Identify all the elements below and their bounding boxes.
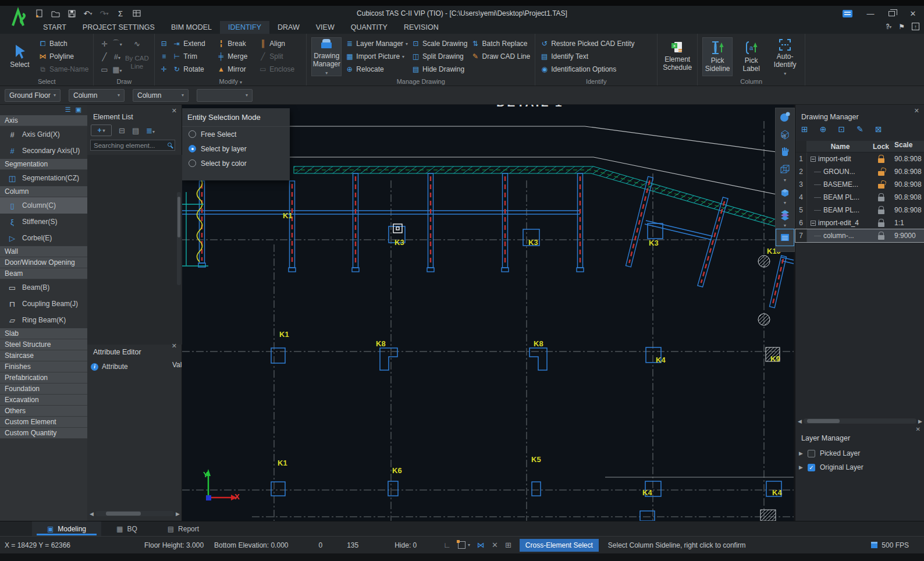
batch-button[interactable]: ⧠Batch: [38, 37, 88, 50]
redo-button[interactable]: ↷▾: [99, 8, 109, 19]
restore-button[interactable]: [889, 11, 895, 16]
scroll-left-icon[interactable]: ◀: [90, 511, 95, 517]
collapse-icon[interactable]: [811, 221, 816, 226]
fullscreen-icon[interactable]: ↑: [912, 23, 919, 30]
scale-drawing-icon[interactable]: ⊡: [838, 125, 845, 134]
tab-bim-model[interactable]: BIM MODEL: [163, 21, 220, 34]
selection-box-icon[interactable]: [458, 541, 465, 549]
pick-sideline-button[interactable]: Pick Sideline: [702, 37, 733, 76]
polyline-button[interactable]: ⋈Polyline: [38, 50, 88, 63]
drawing-row[interactable]: 4 BEAM PL... 90.8:908: [795, 191, 924, 204]
close-icon[interactable]: ✕: [172, 107, 177, 115]
category-header[interactable]: Custom Element: [0, 417, 87, 428]
tab-quantity[interactable]: QUANTITY: [343, 21, 396, 34]
category-header[interactable]: Segmentation: [0, 159, 87, 170]
snap-nodes-icon[interactable]: ⋈: [477, 541, 485, 549]
element-subtype-select[interactable]: Column▾: [133, 89, 189, 102]
tab-project-settings[interactable]: PROJECT SETTINGS: [74, 21, 163, 34]
mirror-button[interactable]: ▲Mirror: [216, 63, 258, 76]
option-free-select[interactable]: Free Select: [182, 127, 290, 141]
status-field-2[interactable]: 135: [347, 541, 358, 549]
delete-element-icon[interactable]: ⊟: [119, 126, 125, 135]
tab-bq[interactable]: ▦BQ: [101, 521, 152, 536]
drawing-row[interactable]: 5 BEAM PL... 90.8:908: [795, 204, 924, 216]
scale-drawing-button[interactable]: ⊡Scale Drawing: [411, 37, 467, 50]
cross-element-select-chip[interactable]: Cross-Element Select: [520, 539, 599, 552]
collapse-icon[interactable]: [811, 157, 816, 162]
radio-icon[interactable]: [189, 145, 196, 152]
enclose-button[interactable]: ▭Enclose: [258, 63, 301, 76]
add-drawing-icon[interactable]: ⊞: [801, 125, 808, 134]
lock-icon[interactable]: [878, 197, 884, 201]
category-header[interactable]: Column: [0, 186, 87, 197]
sidebar-item-segmentation[interactable]: ◫Segmentation(CZ): [0, 170, 87, 186]
sidebar-item-column[interactable]: ▯Column(C): [0, 197, 87, 214]
tab-view[interactable]: VIEW: [308, 21, 343, 34]
sidebar-item-corbel[interactable]: ▷Corbel(E): [0, 230, 87, 246]
radio-icon[interactable]: [189, 159, 196, 167]
category-header[interactable]: Foundation: [0, 384, 87, 395]
minimize-button[interactable]: —: [865, 9, 876, 18]
extend-button[interactable]: ⇥Extend: [172, 37, 216, 50]
layers-view-icon[interactable]: [776, 206, 794, 223]
select-button[interactable]: Select: [5, 37, 35, 76]
layers-icon[interactable]: ≣▾: [146, 126, 155, 135]
list-view-icon[interactable]: ☰: [65, 106, 71, 114]
batch-replace-button[interactable]: ⇅Batch Replace: [471, 37, 530, 50]
tab-start[interactable]: START: [35, 21, 74, 34]
orbit-view-icon[interactable]: [776, 108, 794, 126]
sidebar-item-coupling-beam[interactable]: ⊓Coupling Beam(J): [0, 296, 87, 312]
import-picture-button[interactable]: ▦Import Picture▾: [345, 50, 408, 63]
empty-select[interactable]: ▾: [197, 89, 253, 102]
3d-view-icon[interactable]: 3D: [776, 126, 794, 143]
identify-text-button[interactable]: ▤Identify Text: [540, 50, 634, 63]
drawing-row-selected[interactable]: 7 column-... 9:9000: [795, 229, 924, 242]
drawing-row[interactable]: 3 BASEME... 90.8:908: [795, 178, 924, 191]
checkbox-unchecked[interactable]: ✓: [808, 450, 815, 457]
sidebar-item-stiffener[interactable]: ξStiffener(S): [0, 214, 87, 230]
tab-identify[interactable]: IDENTIFY: [220, 21, 269, 34]
drawing-manager-button[interactable]: Drawing Manager▾: [311, 37, 342, 76]
close-button[interactable]: ✕: [908, 9, 918, 18]
same-name-button[interactable]: ⧉Same-Name: [38, 63, 88, 76]
auto-identify-button[interactable]: Auto-Identify▾: [770, 37, 800, 76]
element-type-select[interactable]: Column▾: [69, 89, 125, 102]
category-header[interactable]: Door/Window Opening: [0, 257, 87, 268]
unlock-icon[interactable]: [878, 184, 884, 189]
close-icon[interactable]: ✕: [172, 342, 177, 350]
undo-button[interactable]: ↶▾: [83, 8, 93, 19]
radio-icon[interactable]: [189, 130, 196, 138]
category-header[interactable]: Excavation: [0, 395, 87, 406]
pick-label-button[interactable]: a Pick Label: [736, 37, 766, 76]
layer-row-picked[interactable]: ▶ ✓ Picked Layer: [799, 447, 860, 460]
add-element-button[interactable]: +▾: [91, 125, 112, 136]
category-header[interactable]: Others: [0, 406, 87, 417]
unlock-icon[interactable]: [878, 171, 884, 176]
pan-hand-icon[interactable]: [776, 143, 794, 161]
edit-drawing-icon[interactable]: ✎: [857, 125, 863, 134]
split-drawing-button[interactable]: ◫Split Drawing: [411, 50, 467, 63]
open-file-icon[interactable]: [50, 8, 61, 19]
relocate-button[interactable]: ⊕Relocate: [345, 63, 408, 76]
expand-icon[interactable]: ▶: [799, 450, 803, 456]
option-select-by-layer[interactable]: Select by layer: [182, 141, 290, 156]
chevron-down-icon[interactable]: ▼: [783, 178, 787, 183]
disable-icon[interactable]: ✕: [492, 541, 498, 549]
search-icon[interactable]: [168, 143, 172, 147]
tab-draw[interactable]: DRAW: [269, 21, 308, 34]
tab-modeling[interactable]: ▣Modeling: [32, 521, 101, 536]
drawing-row[interactable]: 1 import-edit 90.8:908: [795, 152, 924, 165]
spline-icon[interactable]: ∿: [134, 40, 140, 48]
category-header[interactable]: Steel Structure: [0, 339, 87, 350]
hide-count[interactable]: Hide: 0: [395, 541, 417, 549]
delete-drawing-icon[interactable]: ⊠: [875, 125, 882, 134]
chat-icon[interactable]: [843, 10, 852, 17]
category-header[interactable]: Custom Quantity: [0, 428, 87, 439]
split-button[interactable]: ╱Split: [258, 50, 301, 63]
arc-icon[interactable]: ⌒▾: [112, 38, 122, 49]
sum-icon[interactable]: Σ: [115, 8, 126, 19]
category-header[interactable]: Finishes: [0, 361, 87, 372]
tab-report[interactable]: ▤Report: [152, 521, 214, 536]
ortho-icon[interactable]: ∟: [443, 541, 451, 549]
element-schedule-button[interactable]: x Element Schedule: [662, 37, 692, 76]
